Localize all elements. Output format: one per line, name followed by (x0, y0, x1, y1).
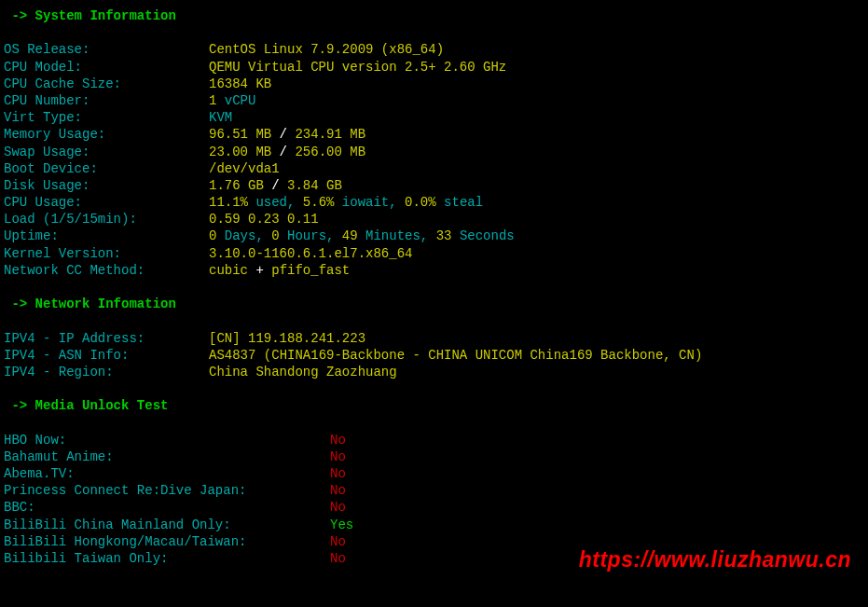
ipv4-region-row: IPV4 - Region: China Shandong Zaozhuang (4, 364, 864, 380)
cpu-cache-label: CPU Cache Size: (4, 76, 209, 92)
disk-row: Disk Usage: 1.76 GB / 3.84 GB (4, 177, 864, 194)
blank-line (4, 415, 864, 432)
ipv4-asn-label: IPV4 - ASN Info: (4, 347, 209, 364)
abema-value: No (330, 465, 346, 482)
bilibili-hk-value: No (330, 533, 346, 550)
section-header-media: -> Media Unlock Test (4, 397, 864, 414)
cpu-usage-iowait: 5.6% (303, 195, 335, 210)
load-label: Load (1/5/15min): (4, 211, 209, 228)
uptime-minutes: 49 (342, 228, 358, 243)
load-value: 0.59 0.23 0.11 (209, 211, 319, 228)
memory-used: 96.51 MB (209, 127, 271, 142)
bilibili-cn-label: BiliBili China Mainland Only: (4, 517, 330, 533)
uptime-label: Uptime: (4, 228, 209, 244)
netcc-sep: + (248, 263, 271, 278)
blank-line (4, 279, 864, 296)
ipv4-addr-value: 119.188.241.223 (248, 331, 365, 346)
cpu-usage-steal: 0.0% (405, 195, 436, 210)
ipv4-addr-cc: [CN] (209, 331, 248, 346)
ipv4-asn-value: (CHINA169-Backbone - CHINA UNICOM China1… (255, 348, 702, 363)
swap-label: Swap Usage: (4, 144, 209, 160)
bahamut-label: Bahamut Anime: (4, 448, 330, 465)
kernel-label: Kernel Version: (4, 245, 209, 262)
bilibili-cn-value: Yes (330, 517, 353, 533)
os-release-row: OS Release: CentOS Linux 7.9.2009 (x86_6… (4, 41, 864, 58)
ipv4-addr-row: IPV4 - IP Address: [CN] 119.188.241.223 (4, 330, 864, 347)
bilibili-tw-label: Bilibili Taiwan Only: (4, 550, 330, 567)
cpu-usage-used-suffix: used, (248, 195, 303, 210)
memory-label: Memory Usage: (4, 126, 209, 143)
swap-row: Swap Usage: 23.00 MB / 256.00 MB (4, 144, 864, 160)
netcc-qdisc: pfifo_fast (271, 263, 350, 278)
boot-row: Boot Device: /dev/vda1 (4, 160, 864, 177)
watermark-text: https://www.liuzhanwu.cn (579, 546, 851, 574)
blank-line (4, 380, 864, 397)
swap-total: 256.00 MB (295, 145, 365, 159)
cpu-usage-label: CPU Usage: (4, 194, 209, 211)
uptime-days-suffix: Days, (216, 228, 271, 243)
abema-label: Abema.TV: (4, 465, 330, 482)
bbc-value: No (330, 499, 346, 516)
ipv4-region-label: IPV4 - Region: (4, 364, 209, 380)
uptime-hours-suffix: Hours, (280, 228, 342, 243)
memory-total: 234.91 MB (295, 127, 365, 142)
bilibili-tw-value: No (330, 550, 346, 567)
netcc-label: Network CC Method: (4, 262, 209, 279)
section-header-netinfo: -> Network Infomation (4, 296, 864, 312)
blank-line (4, 24, 864, 41)
kernel-value: 3.10.0-1160.6.1.el7.x86_64 (209, 245, 412, 262)
cpu-usage-used: 11.1% (209, 195, 248, 210)
netcc-main: cubic (209, 263, 248, 278)
hbo-label: HBO Now: (4, 432, 330, 448)
cpu-number-label: CPU Number: (4, 92, 209, 109)
virt-type-label: Virt Type: (4, 109, 209, 126)
cpu-usage-iowait-suffix: iowait, (334, 195, 405, 210)
uptime-row: Uptime: 0 Days, 0 Hours, 49 Minutes, 33 … (4, 228, 864, 244)
uptime-hours: 0 (271, 228, 279, 243)
load-row: Load (1/5/15min): 0.59 0.23 0.11 (4, 211, 864, 228)
swap-used: 23.00 MB (209, 145, 271, 159)
cpu-usage-steal-suffix: steal (436, 195, 483, 210)
ipv4-region-value: China Shandong Zaozhuang (209, 364, 397, 380)
hbo-value: No (330, 432, 346, 448)
cpu-cache-value: 16384 KB (209, 76, 271, 92)
kernel-row: Kernel Version: 3.10.0-1160.6.1.el7.x86_… (4, 245, 864, 262)
abema-row: Abema.TV: No (4, 465, 864, 482)
bbc-row: BBC: No (4, 499, 864, 516)
cpu-model-row: CPU Model: QEMU Virtual CPU version 2.5+… (4, 59, 864, 76)
os-release-value: CentOS Linux 7.9.2009 (x86_64) (209, 41, 444, 58)
section-header-sysinfo: -> System Information (4, 7, 864, 24)
hbo-row: HBO Now: No (4, 432, 864, 448)
virt-type-row: Virt Type: KVM (4, 109, 864, 126)
bahamut-row: Bahamut Anime: No (4, 448, 864, 465)
ipv4-addr-label: IPV4 - IP Address: (4, 330, 209, 347)
bahamut-value: No (330, 448, 346, 465)
cpu-cache-row: CPU Cache Size: 16384 KB (4, 76, 864, 92)
cpu-number-row: CPU Number: 1 vCPU (4, 92, 864, 109)
cpu-model-value: QEMU Virtual CPU version 2.5+ 2.60 GHz (209, 59, 506, 76)
memory-sep: / (271, 127, 295, 142)
uptime-seconds-suffix: Seconds (451, 228, 514, 243)
cpu-usage-row: CPU Usage: 11.1% used, 5.6% iowait, 0.0%… (4, 194, 864, 211)
bilibili-hk-label: BiliBili Hongkong/Macau/Taiwan: (4, 533, 330, 550)
virt-type-value: KVM (209, 109, 232, 126)
bilibili-cn-row: BiliBili China Mainland Only: Yes (4, 517, 864, 533)
blank-line (4, 312, 864, 329)
boot-label: Boot Device: (4, 160, 209, 177)
memory-row: Memory Usage: 96.51 MB / 234.91 MB (4, 126, 864, 143)
princess-label: Princess Connect Re:Dive Japan: (4, 482, 330, 499)
cpu-model-label: CPU Model: (4, 59, 209, 76)
uptime-minutes-suffix: Minutes, (358, 228, 436, 243)
ipv4-asn-num: AS4837 (209, 348, 255, 363)
princess-value: No (330, 482, 346, 499)
disk-used: 1.76 GB (209, 178, 264, 193)
cpu-number-suffix: vCPU (216, 93, 255, 108)
netcc-row: Network CC Method: cubic + pfifo_fast (4, 262, 864, 279)
os-release-label: OS Release: (4, 41, 209, 58)
disk-total: 3.84 GB (287, 178, 342, 193)
ipv4-asn-row: IPV4 - ASN Info: AS4837 (CHINA169-Backbo… (4, 347, 864, 364)
princess-row: Princess Connect Re:Dive Japan: No (4, 482, 864, 499)
disk-sep: / (264, 178, 287, 193)
swap-sep: / (271, 145, 295, 159)
bbc-label: BBC: (4, 499, 330, 516)
